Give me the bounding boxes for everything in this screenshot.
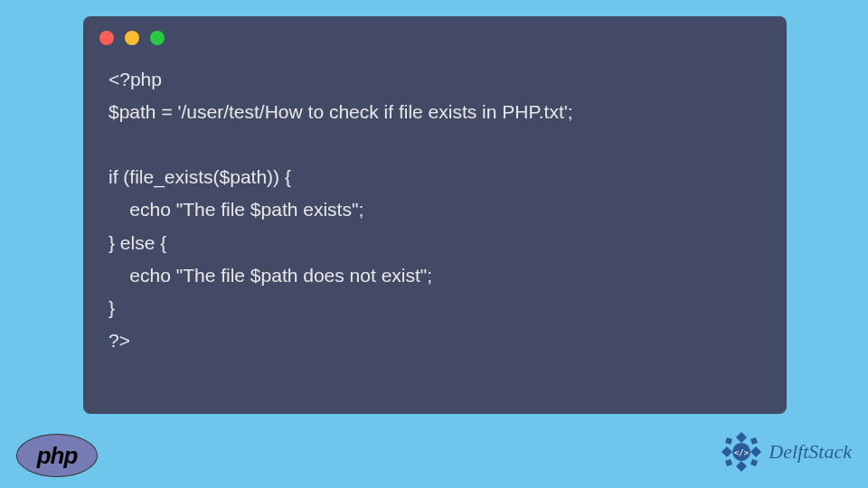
- code-window: <?php $path = '/user/test/How to check i…: [83, 16, 787, 414]
- svg-marker-2: [722, 446, 732, 457]
- code-content: <?php $path = '/user/test/How to check i…: [83, 52, 787, 368]
- window-controls: [83, 16, 787, 52]
- php-logo-text: php: [37, 442, 78, 470]
- svg-marker-6: [725, 459, 732, 466]
- delftstack-logo: </> DelftStack: [720, 430, 852, 474]
- delftstack-icon: </>: [720, 430, 763, 474]
- svg-marker-1: [736, 461, 747, 472]
- svg-marker-4: [725, 437, 732, 445]
- svg-marker-7: [750, 459, 758, 466]
- svg-text:</>: </>: [734, 448, 750, 457]
- close-icon: [99, 31, 114, 45]
- php-logo: php: [16, 434, 98, 477]
- svg-marker-5: [750, 437, 758, 445]
- maximize-icon: [150, 31, 165, 45]
- delftstack-text: DelftStack: [769, 440, 852, 464]
- svg-marker-0: [736, 432, 747, 443]
- svg-marker-3: [750, 446, 761, 457]
- minimize-icon: [125, 31, 139, 45]
